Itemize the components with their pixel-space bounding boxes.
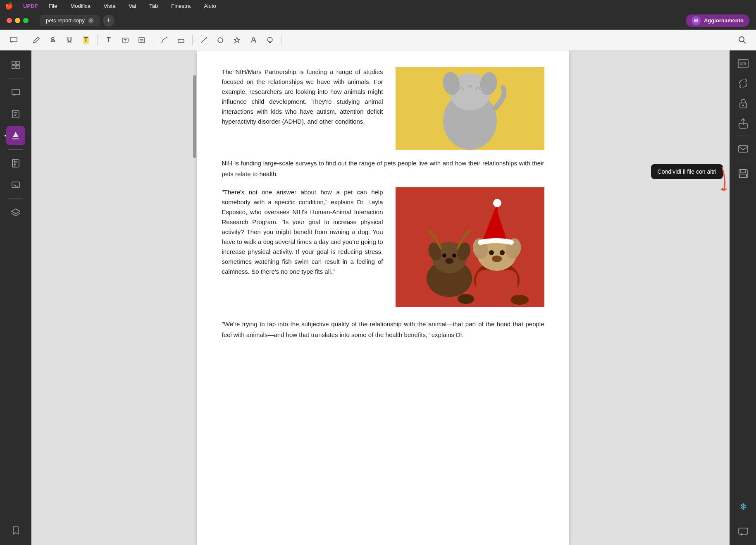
menu-file[interactable]: File xyxy=(46,2,60,10)
svg-rect-8 xyxy=(269,42,271,43)
tooltip-container: Condividi il file con altri xyxy=(651,164,723,179)
sidebar-bookmark[interactable] xyxy=(6,521,25,540)
svg-line-4 xyxy=(201,37,207,43)
new-tab-button[interactable]: + xyxy=(103,15,114,26)
menu-bar: 🍎 UPDF File Modifica Vista Vai Tab Fines… xyxy=(0,0,756,12)
menu-aiuto[interactable]: Aiuto xyxy=(201,2,219,10)
line-toolbar-btn[interactable] xyxy=(197,33,211,47)
toolbar-sep-2 xyxy=(97,35,98,45)
svg-point-9 xyxy=(739,37,744,42)
sidebar-thumbnails[interactable] xyxy=(6,55,25,74)
person-toolbar-btn[interactable] xyxy=(246,33,260,47)
right-sidebar-sep-1 xyxy=(736,136,751,136)
svg-rect-11 xyxy=(12,61,15,65)
paragraph-2: NIH is funding large-scale surveys to fi… xyxy=(222,158,544,179)
menu-finestra[interactable]: Finestra xyxy=(169,2,193,10)
svg-rect-24 xyxy=(396,187,544,307)
pdf-page: The NIH/Mars Partnership is funding a ra… xyxy=(197,50,569,545)
menu-vista[interactable]: Vista xyxy=(101,2,118,10)
svg-rect-51 xyxy=(741,170,746,173)
list-toolbar-btn[interactable] xyxy=(135,33,149,47)
stamp-toolbar-btn[interactable] xyxy=(230,33,244,47)
svg-point-31 xyxy=(445,258,453,264)
snowflake-icon: ❄ xyxy=(739,502,747,512)
sidebar-layers[interactable] xyxy=(6,203,25,222)
tooltip-box: Condividi il file con altri xyxy=(651,164,723,179)
toolbar-sep-5 xyxy=(281,35,281,45)
svg-line-10 xyxy=(744,41,746,43)
svg-point-39 xyxy=(500,250,505,255)
svg-rect-50 xyxy=(739,170,747,178)
svg-rect-34 xyxy=(476,270,518,299)
sidebar-comments[interactable] xyxy=(6,83,25,102)
convert-btn[interactable] xyxy=(734,74,752,93)
underline-toolbar-btn[interactable]: U xyxy=(62,33,76,47)
svg-rect-49 xyxy=(739,146,748,152)
right-sidebar: OCR ❄ xyxy=(730,50,756,545)
close-button[interactable] xyxy=(7,18,12,23)
share-btn[interactable] xyxy=(734,114,752,132)
text-box-toolbar-btn[interactable] xyxy=(118,33,132,47)
minimize-button[interactable] xyxy=(15,18,20,23)
save-btn[interactable] xyxy=(734,165,752,183)
svg-point-47 xyxy=(742,105,744,106)
page-bottom-section: "There's not one answer about how a pet … xyxy=(222,187,544,307)
strikethrough-toolbar-btn[interactable]: S xyxy=(46,33,60,47)
sidebar-sep-1 xyxy=(8,79,23,79)
paragraph-1: The NIH/Mars Partnership is funding a ra… xyxy=(222,67,383,150)
title-bar-right: M Aggiornamento xyxy=(686,14,749,27)
sidebar-sep-3 xyxy=(8,198,23,199)
svg-point-41 xyxy=(493,199,501,207)
scrollbar-thumb[interactable] xyxy=(193,75,196,158)
paragraph-4: "We're trying to tap into the subjective… xyxy=(222,319,544,340)
update-button[interactable]: M Aggiornamento xyxy=(686,14,749,27)
svg-text:OCR: OCR xyxy=(740,62,746,66)
svg-rect-0 xyxy=(10,37,17,42)
comment-toolbar-btn[interactable] xyxy=(7,33,21,47)
toolbar-sep-4 xyxy=(192,35,193,45)
search-toolbar-btn[interactable] xyxy=(735,33,749,47)
snowflake-btn[interactable]: ❄ xyxy=(734,498,752,516)
left-sidebar xyxy=(0,50,31,545)
sidebar-signatures[interactable] xyxy=(6,175,25,194)
dog-image-top xyxy=(396,67,544,150)
lock-btn[interactable] xyxy=(734,94,752,112)
menu-tab[interactable]: Tab xyxy=(147,2,160,10)
color-toolbar-btn[interactable] xyxy=(263,33,277,47)
sidebar-attachments[interactable] xyxy=(6,154,25,173)
tab-container: pets report-copy ✕ + xyxy=(40,15,114,26)
shape-toolbar-btn[interactable] xyxy=(213,33,227,47)
pen-toolbar-btn[interactable] xyxy=(29,33,43,47)
main-layout: The NIH/Mars Partnership is funding a ra… xyxy=(0,50,756,545)
update-label: Aggiornamento xyxy=(704,17,744,24)
svg-rect-3 xyxy=(178,39,184,43)
sidebar-pages[interactable] xyxy=(6,105,25,124)
app-name: UPDF xyxy=(23,3,38,9)
text-highlight-toolbar-btn[interactable]: T xyxy=(79,33,93,47)
chat-btn[interactable] xyxy=(734,523,752,541)
sidebar-sep-2 xyxy=(8,149,23,150)
svg-point-42 xyxy=(458,294,474,304)
dog-image-bottom xyxy=(396,187,544,307)
text-format-toolbar-btn[interactable]: T xyxy=(102,33,116,47)
svg-rect-12 xyxy=(16,61,19,65)
draw-toolbar-btn[interactable] xyxy=(157,33,172,47)
svg-point-43 xyxy=(510,295,529,305)
apple-logo: 🍎 xyxy=(5,2,13,10)
traffic-lights xyxy=(7,18,29,23)
sidebar-highlight[interactable] xyxy=(6,126,25,145)
fullscreen-button[interactable] xyxy=(23,18,29,23)
mail-btn[interactable] xyxy=(734,139,752,158)
tab-close-button[interactable]: ✕ xyxy=(88,18,94,24)
toolbar-sep-1 xyxy=(25,35,25,45)
title-bar: pets report-copy ✕ + M Aggiornamento xyxy=(0,12,756,30)
active-tab[interactable]: pets report-copy ✕ xyxy=(40,15,100,26)
svg-rect-17 xyxy=(12,160,15,167)
menu-modifica[interactable]: Modifica xyxy=(68,2,93,10)
toolbar-sep-3 xyxy=(153,35,153,45)
svg-rect-52 xyxy=(740,174,746,177)
ocr-btn[interactable]: OCR xyxy=(734,55,752,73)
svg-point-7 xyxy=(252,38,255,40)
eraser-toolbar-btn[interactable] xyxy=(174,33,188,47)
menu-vai[interactable]: Vai xyxy=(126,2,138,10)
